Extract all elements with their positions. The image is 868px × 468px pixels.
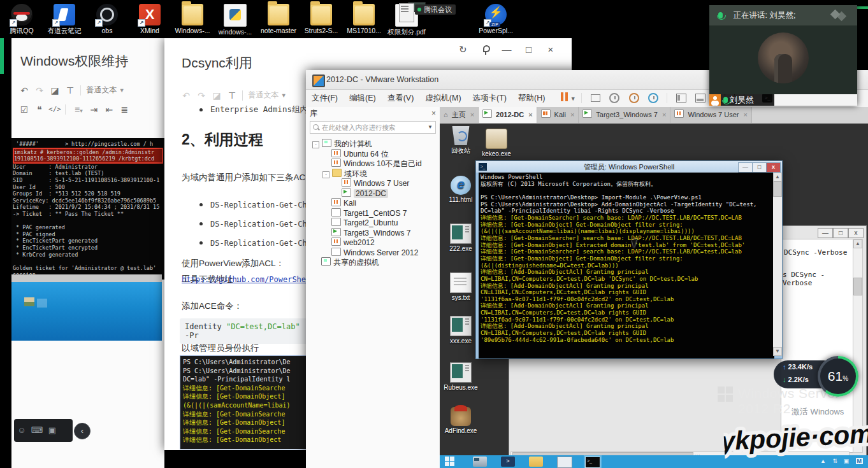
desktop-icon-有道云笔记[interactable]: ↗有道云笔记 [44, 4, 85, 36]
tree-item-Target1_CentOS 7[interactable]: Target1_CentOS 7 [308, 208, 440, 218]
tab-close-icon[interactable]: × [528, 111, 532, 118]
redo-icon[interactable]: ↷ [194, 90, 209, 101]
scroll-down-icon[interactable]: ▼ [773, 347, 782, 356]
guest-icon-Rubeus.exe[interactable]: Rubeus.exe [441, 362, 481, 391]
show-library-icon[interactable] [676, 94, 686, 103]
minimize-icon[interactable]: — [497, 44, 516, 55]
guest-icon-回收站[interactable]: 回收站 [441, 126, 481, 155]
expander-icon[interactable]: - [322, 171, 329, 178]
tab-close-icon[interactable]: × [470, 111, 474, 118]
collapse-back-button[interactable]: ‹ [74, 423, 90, 439]
explorer-icon[interactable] [529, 457, 543, 467]
github-link[interactable]: https://github.com/PowerShellMa [182, 275, 324, 284]
indent-icon[interactable]: ⇥ [86, 104, 101, 115]
revert-snapshot-icon[interactable] [629, 93, 639, 103]
library-close-icon[interactable]: × [431, 107, 436, 120]
scroll-up-icon[interactable]: ▲ [773, 173, 782, 181]
desktop-icon-MS17010...[interactable]: MS17010... [344, 4, 384, 34]
expander-icon[interactable]: - [312, 141, 319, 148]
desktop-icon-note-master[interactable]: note-master [258, 4, 299, 34]
desktop-icon-XMind[interactable]: X↗XMind [129, 4, 170, 34]
style-select[interactable]: 普通文本 ▼ [86, 85, 124, 96]
menu-虚拟机(M)[interactable]: 虚拟机(M) [419, 90, 467, 107]
tree-item-域环境[interactable]: -域环境 [308, 169, 440, 179]
tab-close-icon[interactable]: × [570, 111, 574, 118]
show-thumbnail-bar-icon[interactable] [695, 94, 705, 103]
line-height-icon[interactable]: ≣ [117, 104, 132, 115]
minimize-icon[interactable]: — [738, 162, 753, 173]
start-button[interactable] [445, 457, 459, 467]
guest-icon-kekeo[interactable]: kekeo.exe [477, 129, 516, 157]
checkbox-icon[interactable]: ☑ [17, 104, 32, 115]
undo-icon[interactable]: ↶ [17, 85, 32, 96]
tab-主页[interactable]: ⌂主页× [440, 107, 479, 123]
tab-close-icon[interactable]: × [743, 111, 747, 118]
scroll-up-icon[interactable]: ▲ [853, 239, 862, 248]
powershell-scrollbar[interactable]: ▲ ▼ [773, 173, 782, 356]
tree-item-2012-DC[interactable]: 2012-DC [308, 188, 440, 199]
desktop-icon-obs[interactable]: ↗obs [87, 4, 127, 34]
style-select[interactable]: 普通文本 ▼ [248, 90, 286, 101]
format-painter-icon[interactable]: ⊤ [224, 90, 240, 101]
tree-item-web2012[interactable]: web2012 [308, 238, 440, 248]
format-painter-icon[interactable]: ⊤ [62, 85, 78, 96]
tab-Target3_Windows 7[interactable]: Target3_Windows 7× [579, 107, 670, 123]
snapshot-icon[interactable] [609, 93, 619, 103]
maximize-icon[interactable]: □ [519, 44, 539, 55]
minimize-icon[interactable]: — [818, 228, 833, 238]
pause-vm-icon[interactable] [560, 92, 569, 104]
tree-item-Windows 10不是自己id[interactable]: Windows 10不是自己id [308, 159, 440, 169]
menu-查看(V)[interactable]: 查看(V) [382, 90, 420, 107]
menu-选项卡(T)[interactable]: 选项卡(T) [467, 90, 512, 107]
quote-icon[interactable]: ❝ [32, 104, 47, 115]
tree-item-Ubuntu 64 位[interactable]: Ubuntu 64 位 [308, 149, 440, 159]
desktop-icon-腾讯QQ[interactable]: ↗腾讯QQ [1, 4, 42, 36]
console-taskbar-icon[interactable] [585, 457, 600, 468]
resource-ring[interactable]: 61% [818, 356, 858, 397]
tab-2012-DC[interactable]: 2012-DC× [479, 107, 537, 123]
library-search[interactable]: 在此处键入内容进行搜索 ▼ [310, 121, 436, 134]
maximize-icon[interactable]: □ [833, 228, 848, 238]
close-icon[interactable]: × [541, 44, 560, 55]
meeting-video[interactable] [709, 25, 857, 94]
powershell-titlebar[interactable]: >_ 管理员: Windows PowerShell — □ x [476, 161, 782, 173]
desktop-icon-Struts2-S...[interactable]: Struts2-S... [301, 4, 342, 34]
powershell-window[interactable]: >_ 管理员: Windows PowerShell — □ x Windows… [475, 160, 783, 359]
close-icon[interactable]: x [848, 228, 864, 238]
tree-item-共享的虚拟机[interactable]: 共享的虚拟机 [308, 257, 440, 267]
guest-icon-xxx.exe[interactable]: xxx.exe [441, 316, 481, 344]
manage-snapshot-icon[interactable] [648, 93, 658, 103]
close-icon[interactable]: x [766, 162, 781, 173]
desktop-icon-Windows-...[interactable]: Windows-... [172, 4, 213, 34]
server-manager-icon[interactable] [473, 457, 487, 467]
eraser-icon[interactable]: ◪ [47, 85, 62, 96]
menu-文件(F)[interactable]: 文件(F) [306, 90, 344, 107]
code-icon[interactable]: </> [47, 105, 62, 113]
undo-icon[interactable]: ↶ [178, 90, 194, 101]
tree-item-Target2_Ubuntu[interactable]: Target2_Ubuntu [308, 218, 440, 228]
app-icon[interactable] [557, 457, 572, 468]
tree-item-Windows 7 User[interactable]: Windows 7 User [308, 178, 440, 188]
desktop-icon-PowerSpl...[interactable]: ↗PowerSpl... [475, 4, 516, 34]
redo-icon[interactable]: ↷ [32, 85, 47, 96]
eraser-icon[interactable]: ◪ [209, 90, 224, 101]
align-icon[interactable]: ≡▾ [71, 104, 86, 115]
tree-item-Windows Server 2012[interactable]: Windows Server 2012 [308, 248, 440, 258]
document-icon[interactable] [399, 3, 414, 22]
tree-item-Kali[interactable]: Kali [308, 198, 440, 208]
menu-帮助(H)[interactable]: 帮助(H) [512, 90, 551, 107]
send-ctrl-alt-del-icon[interactable] [591, 94, 600, 102]
powershell-taskbar-icon[interactable]: > [501, 457, 515, 467]
keyboard-icon[interactable]: ⌨ [29, 419, 45, 442]
tab-Kali[interactable]: Kali× [537, 107, 579, 123]
meeting-badge[interactable]: 腾讯会议 [415, 4, 456, 15]
tree-item-Target3_Windows 7[interactable]: Target3_Windows 7 [308, 228, 440, 238]
scroll-thumb[interactable] [853, 278, 862, 295]
fullscreen-icon[interactable]: ▣ [45, 419, 60, 442]
maximize-icon[interactable]: □ [752, 162, 767, 173]
tree-item-我的计算机[interactable]: -我的计算机 [308, 139, 440, 149]
refresh-icon[interactable]: ↻ [453, 44, 472, 55]
emoji-icon[interactable]: ☺ [14, 419, 29, 442]
guest-icon-sys.txt[interactable]: sys.txt [441, 273, 481, 301]
pin-icon[interactable] [475, 44, 495, 55]
